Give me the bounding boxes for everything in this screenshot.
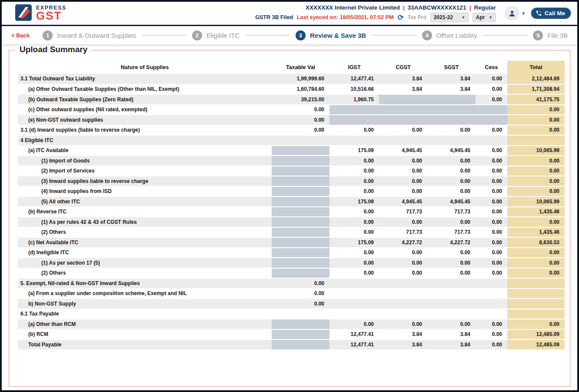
cell-cess: 0.00 <box>476 94 507 105</box>
column-header-cgst: CGST <box>379 61 427 74</box>
cell-cgst: 0.00 <box>379 166 427 176</box>
column-header-total: Total <box>507 61 565 74</box>
table-row: (2) Others0.000.000.000.000.00 <box>18 268 565 279</box>
back-link[interactable]: < Back <box>11 32 30 39</box>
brand-logo[interactable]: EXPRESS GST <box>15 4 67 23</box>
wizard-stepper: < Back 1 Inward & Outward Supplies 2 Eli… <box>2 26 577 44</box>
cell-total <box>507 135 565 146</box>
row-label: (d) Ineligible ITC <box>18 248 272 258</box>
refresh-icon[interactable]: ⟳ <box>397 14 403 21</box>
table-row: (3) Inward supplies liable to reverse ch… <box>18 176 565 186</box>
cell-taxable: 0.00 <box>272 125 329 136</box>
step-file-3b[interactable]: 5 File 3B <box>533 30 568 40</box>
cell-sgst: 0.00 <box>427 125 476 136</box>
table-row: (a) Other than RCM0.000.000.000.000.00 <box>18 319 565 329</box>
cell-total: 0.00 <box>507 105 565 115</box>
cell-cgst <box>379 278 427 289</box>
cell-total: 8,630.53 <box>507 237 565 248</box>
cell-cgst <box>379 94 427 105</box>
cell-cess: 0.00 <box>476 166 507 176</box>
cell-total: 0.00 <box>507 268 565 279</box>
table-row: (1) As per rules 42 & 43 of CGST Rules0.… <box>18 217 565 227</box>
cell-total: 0.00 <box>507 186 565 197</box>
cell-taxable: 0.00 <box>272 105 329 115</box>
row-label: (a) From a supplier under composition sc… <box>18 289 272 299</box>
cell-sgst: 4,945.45 <box>427 146 476 156</box>
table-row: (c) Net Available ITC175.094,227.724,227… <box>18 237 565 248</box>
cell-cess <box>476 278 507 289</box>
column-header-sgst: SGST <box>427 61 476 74</box>
cell-taxable: 0.00 <box>272 289 329 299</box>
cell-igst: 0.00 <box>329 186 379 197</box>
row-label: Total Payable <box>18 339 272 350</box>
tax-period-month-select[interactable]: Apr ▼ <box>473 13 496 22</box>
cell-cess: 0.00 <box>476 196 507 207</box>
chevron-down-icon: ▼ <box>461 15 465 20</box>
step-number-badge: 1 <box>43 30 53 40</box>
row-label: b) Non-GST Supply <box>18 299 272 309</box>
table-row: (b) Reverse ITC0.00717.73717.730.001,435… <box>18 207 565 217</box>
header-right-group: XXXXXXX Internet Private Limited | 33AAB… <box>255 4 571 22</box>
avatar[interactable] <box>505 6 519 21</box>
row-label: (3) Inward supplies liable to reverse ch… <box>18 176 272 186</box>
tax-period-year-select[interactable]: 2021-22 ▼ <box>430 13 469 22</box>
cell-cgst: 3.84 <box>379 84 427 95</box>
user-menu[interactable]: ▼ <box>505 6 526 21</box>
cell-cess: 0.00 <box>476 227 507 238</box>
registration-type: Regular <box>474 4 496 11</box>
chevron-down-icon: ▼ <box>489 15 492 20</box>
cell-igst <box>329 278 379 289</box>
company-info-line: XXXXXXX Internet Private Limited | 33AAB… <box>306 4 496 11</box>
chevron-down-icon: ▼ <box>522 11 526 16</box>
step-eligible-itc[interactable]: 2 Eligible ITC <box>192 30 240 40</box>
table-row: (1) As per section 17 (5)0.000.000.000.0… <box>18 258 565 268</box>
step-offset-liability[interactable]: 4 Offset Liability <box>422 30 477 40</box>
cell-cess <box>476 289 507 299</box>
phone-icon <box>536 10 542 17</box>
cell-total: 0.00 <box>507 319 565 329</box>
cell-sgst: 3.84 <box>427 329 476 340</box>
cell-total <box>507 289 565 299</box>
cell-taxable <box>272 176 329 186</box>
table-row: 3.1 Total Outward Tax Liability1,99,999.… <box>18 74 565 84</box>
cell-taxable <box>272 217 329 227</box>
cell-cgst: 0.00 <box>379 176 427 186</box>
panel-title: Upload Summary <box>15 45 92 54</box>
cell-cgst: 717.73 <box>379 227 427 238</box>
cell-total: 0.00 <box>507 166 565 176</box>
call-me-button[interactable]: Call Me <box>531 7 571 19</box>
table-row: (2) Import of Services0.000.000.000.000.… <box>18 166 565 176</box>
step-number-badge: 5 <box>533 30 543 40</box>
cell-cgst: 3.84 <box>379 339 427 350</box>
cell-cgst <box>379 105 427 115</box>
separator-pipe: | <box>466 4 474 11</box>
cell-taxable <box>272 156 329 166</box>
cell-total: 0.00 <box>507 248 565 258</box>
cell-total: 2,12,484.69 <box>507 74 565 84</box>
cell-igst: 0.00 <box>329 166 379 176</box>
filing-status-line: GSTR 3B Filed Last synced on: 18/05/2021… <box>255 13 496 22</box>
cell-taxable <box>272 339 329 350</box>
cell-total: 0.00 <box>507 176 565 186</box>
upload-summary-panel: Upload Summary Nature of Supplies Taxabl… <box>9 50 570 387</box>
cell-cgst: 0.00 <box>379 217 427 227</box>
step-review-save-3b[interactable]: 3 Review & Save 3B <box>296 30 366 40</box>
cell-taxable <box>272 207 329 217</box>
cell-cgst: 0.00 <box>379 258 427 268</box>
cell-cess: 0.00 <box>476 248 507 258</box>
cell-taxable: 0.00 <box>272 115 329 125</box>
column-header-igst: IGST <box>329 61 379 74</box>
cell-igst: 0.00 <box>329 268 379 279</box>
cell-cgst: 0.00 <box>379 268 427 279</box>
cell-sgst: 3.84 <box>427 84 476 95</box>
table-row: (a) ITC Available175.094,945.454,945.450… <box>18 146 565 156</box>
cell-cgst: 4,227.72 <box>379 237 427 248</box>
app-window: EXPRESS GST XXXXXXX Internet Private Lim… <box>0 0 579 392</box>
cell-cgst <box>379 299 427 309</box>
cell-igst: 175.09 <box>329 237 379 248</box>
cell-sgst <box>427 289 476 299</box>
row-label: 3.1 Total Outward Tax Liability <box>18 74 272 84</box>
step-inward-outward-supplies[interactable]: 1 Inward & Outward Supplies <box>43 30 136 40</box>
cell-total: 0.00 <box>507 258 565 268</box>
cell-cgst: 0.00 <box>379 186 427 197</box>
